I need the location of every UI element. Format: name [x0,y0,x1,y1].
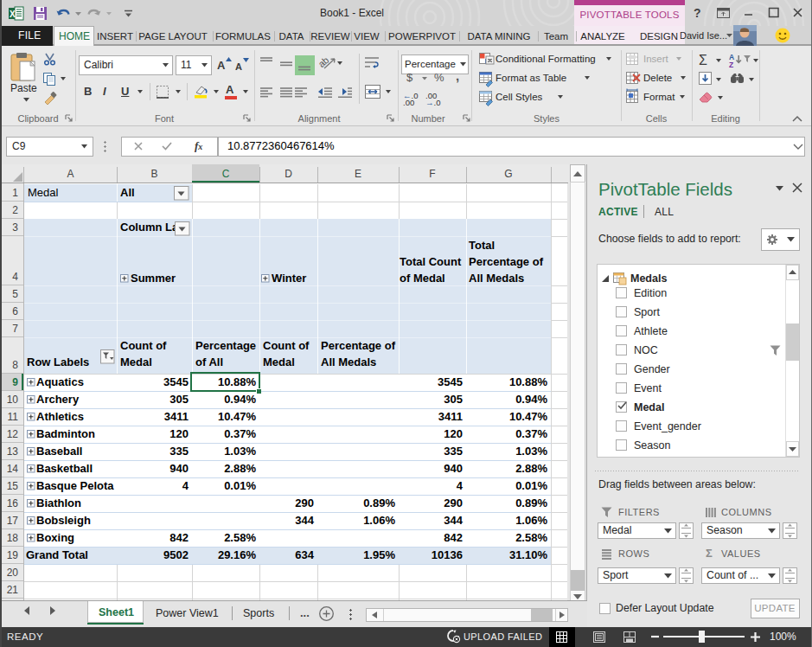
svg-text:X: X [10,10,16,19]
svg-text:Z: Z [729,61,733,69]
